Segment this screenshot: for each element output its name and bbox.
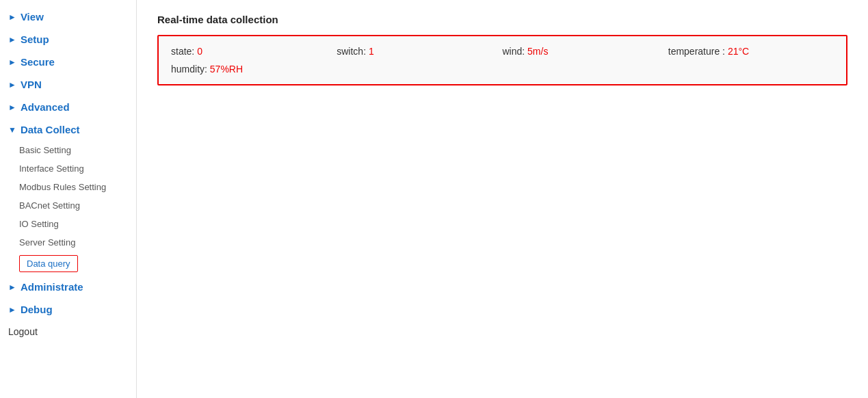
main-content: Real-time data collection state: 0 switc… [137, 0, 868, 398]
humidity-label: humdity: [171, 64, 210, 75]
sidebar-item-label: Debug [21, 304, 53, 315]
chevron-right-icon: ► [8, 80, 16, 90]
wind-label: wind: [503, 46, 528, 57]
sidebar-sub-item-io-setting[interactable]: IO Setting [0, 215, 136, 233]
wind-value: 5m/s [527, 46, 548, 57]
section-title: Real-time data collection [157, 14, 847, 25]
switch-value: 1 [369, 46, 374, 57]
chevron-right-icon: ► [8, 35, 16, 44]
sidebar-item-secure[interactable]: ► Secure [0, 51, 136, 73]
temperature-value: 21°C [728, 46, 749, 57]
chevron-right-icon: ► [8, 103, 16, 112]
sidebar-sub-item-modbus-rules-setting[interactable]: Modbus Rules Setting [0, 178, 136, 196]
data-row-2: humdity: 57%RH [171, 64, 834, 75]
sidebar-item-label: View [21, 11, 44, 23]
sidebar-sub-item-basic-setting[interactable]: Basic Setting [0, 141, 136, 159]
sidebar-item-label: Secure [21, 56, 55, 68]
sidebar-item-view[interactable]: ► View [0, 5, 136, 28]
sidebar-sub-item-bacnet-setting[interactable]: BACnet Setting [0, 196, 136, 215]
chevron-right-icon: ► [8, 305, 16, 315]
sidebar-item-label: Administrate [21, 281, 83, 293]
humidity-value: 57%RH [210, 64, 243, 75]
sidebar-sub-item-data-query-wrapper: Data query [0, 252, 136, 276]
sidebar-item-label: VPN [21, 79, 42, 90]
sidebar-item-debug[interactable]: ► Debug [0, 298, 136, 321]
state-label: state: [171, 46, 197, 57]
state-value: 0 [197, 46, 202, 57]
temperature-label: temperature : [668, 46, 728, 57]
sidebar-item-data-collect[interactable]: ▼ Data Collect [0, 118, 136, 141]
sidebar-sub-item-server-setting[interactable]: Server Setting [0, 233, 136, 252]
sidebar-item-label: Data Collect [21, 124, 80, 135]
sidebar-item-advanced[interactable]: ► Advanced [0, 96, 136, 118]
sidebar-sub-item-interface-setting[interactable]: Interface Setting [0, 159, 136, 178]
chevron-down-icon: ▼ [8, 125, 16, 135]
sidebar-item-vpn[interactable]: ► VPN [0, 73, 136, 96]
sub-items-list: Basic Setting Interface Setting Modbus R… [0, 141, 136, 276]
temperature-field: temperature : 21°C [668, 46, 834, 57]
switch-field: switch: 1 [337, 46, 502, 57]
sidebar-item-label: Advanced [21, 101, 70, 113]
sidebar-item-setup[interactable]: ► Setup [0, 28, 136, 51]
humidity-field: humdity: 57%RH [171, 64, 834, 75]
state-field: state: 0 [171, 46, 337, 57]
chevron-right-icon: ► [8, 12, 16, 22]
data-collect-submenu: Basic Setting Interface Setting Modbus R… [0, 141, 136, 276]
data-row-1: state: 0 switch: 1 wind: 5m/s temperatur… [171, 46, 834, 57]
sidebar-item-administrate[interactable]: ► Administrate [0, 276, 136, 298]
sidebar-sub-item-data-query[interactable]: Data query [19, 255, 78, 272]
switch-label: switch: [337, 46, 369, 57]
sidebar: ► View ► Setup ► Secure ► VPN ► Advanced… [0, 0, 137, 398]
logout-button[interactable]: Logout [0, 321, 136, 343]
data-collection-box: state: 0 switch: 1 wind: 5m/s temperatur… [157, 35, 847, 85]
chevron-right-icon: ► [8, 57, 16, 67]
sidebar-item-label: Setup [21, 34, 49, 45]
chevron-right-icon: ► [8, 282, 16, 292]
wind-field: wind: 5m/s [503, 46, 668, 57]
